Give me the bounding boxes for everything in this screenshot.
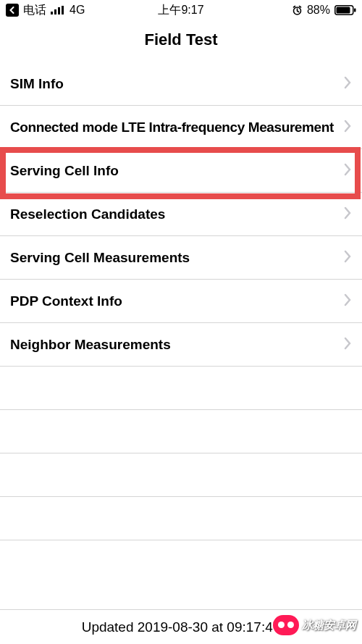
menu-list: SIM Info Connected mode LTE Intra-freque… [0, 62, 362, 540]
row-empty [0, 367, 362, 410]
row-label: Neighbor Measurements [10, 337, 343, 353]
row-empty [0, 453, 362, 497]
row-serving-cell-info[interactable]: Serving Cell Info [0, 149, 362, 193]
row-sim-info[interactable]: SIM Info [0, 62, 362, 106]
svg-rect-7 [354, 9, 356, 12]
back-to-app-icon[interactable] [6, 4, 19, 17]
row-serving-cell-measurements[interactable]: Serving Cell Measurements [0, 236, 362, 280]
svg-rect-0 [51, 12, 53, 14]
chevron-right-icon [343, 163, 352, 179]
status-left: 电话 4G [6, 3, 85, 18]
battery-pct: 88% [307, 4, 330, 17]
row-reselection-candidates[interactable]: Reselection Candidates [0, 193, 362, 236]
watermark: 冰糖安卓网 [273, 615, 356, 635]
signal-bars-icon [51, 6, 65, 14]
svg-rect-1 [54, 9, 56, 14]
status-bar: 电话 4G 上午9:17 88% [0, 0, 362, 20]
network-label: 4G [70, 4, 85, 17]
row-empty [0, 497, 362, 540]
updated-label: Updated 2019-08-30 at 09:17:47 [82, 619, 281, 635]
watermark-logo-icon [273, 615, 299, 635]
row-connected-mode-lte[interactable]: Connected mode LTE Intra-frequency Measu… [0, 106, 362, 149]
svg-rect-6 [337, 7, 350, 14]
watermark-text: 冰糖安卓网 [302, 619, 356, 632]
chevron-right-icon [343, 120, 352, 135]
carrier-label: 电话 [23, 3, 46, 18]
row-label: Connected mode LTE Intra-frequency Measu… [10, 120, 343, 135]
chevron-right-icon [343, 76, 352, 92]
chevron-right-icon [343, 293, 352, 309]
row-label: Serving Cell Measurements [10, 250, 343, 266]
chevron-right-icon [343, 206, 352, 222]
row-pdp-context-info[interactable]: PDP Context Info [0, 280, 362, 323]
row-neighbor-measurements[interactable]: Neighbor Measurements [0, 323, 362, 367]
svg-rect-3 [62, 6, 64, 14]
page-title: Field Test [0, 20, 362, 62]
row-label: Reselection Candidates [10, 206, 343, 222]
svg-rect-2 [58, 7, 60, 14]
row-empty [0, 410, 362, 453]
alarm-icon [292, 5, 303, 16]
row-label: SIM Info [10, 76, 343, 92]
chevron-right-icon [343, 337, 352, 353]
status-time: 上午9:17 [158, 3, 203, 18]
status-right: 88% [292, 4, 356, 17]
row-label: Serving Cell Info [10, 163, 343, 179]
row-label: PDP Context Info [10, 293, 343, 309]
battery-icon [334, 5, 356, 15]
chevron-right-icon [343, 250, 352, 266]
